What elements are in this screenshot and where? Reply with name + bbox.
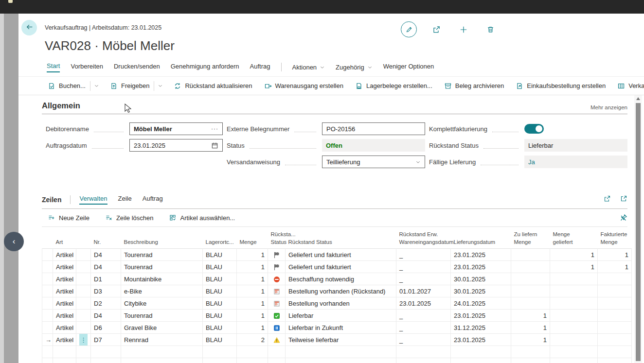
cell-beschreibung[interactable]: Tourenrad — [121, 249, 203, 261]
artikel-auswählen-button[interactable]: Artikel auswählen... — [168, 214, 236, 222]
cell-status[interactable]: Lieferbar in Zukunft — [286, 322, 396, 334]
cell-menge_geliefert[interactable] — [550, 358, 598, 363]
cell-menge_geliefert[interactable] — [550, 310, 598, 322]
cell-menge[interactable]: 1 — [237, 273, 268, 285]
cell-lieferdatum[interactable]: 23.01.2025 — [451, 310, 511, 322]
cell-zu_liefern[interactable] — [511, 297, 550, 310]
cell-lagerort[interactable]: BLAU — [203, 261, 237, 273]
cell-menge[interactable]: 1 — [237, 285, 268, 297]
cell-rowmenu[interactable] — [76, 261, 91, 273]
cell-lieferdatum[interactable]: 23.01.2025 — [451, 261, 511, 273]
cell-fakturiert[interactable] — [598, 297, 632, 310]
cell-indicator[interactable] — [42, 261, 53, 273]
chevron-down-icon[interactable] — [158, 83, 163, 88]
buchen-button[interactable]: Buchen... — [47, 82, 87, 90]
chevron-down-icon[interactable] — [415, 159, 421, 165]
cell-rowmenu[interactable] — [76, 285, 91, 297]
warenausgang-erstellen-button[interactable]: Warenausgang erstellen — [263, 82, 344, 90]
cell-fakturiert[interactable] — [598, 334, 632, 346]
cell-menge_geliefert[interactable] — [550, 322, 598, 334]
cell-menge_geliefert[interactable] — [550, 285, 598, 297]
cell-nr[interactable]: D2 — [91, 297, 121, 310]
cell-art[interactable]: Artikel — [53, 322, 76, 334]
cell-nr[interactable]: D4 — [91, 261, 121, 273]
cell-erw_datum[interactable] — [396, 346, 451, 358]
col-header-rückstand-status[interactable]: Rückstand Status — [286, 228, 396, 249]
tab-drucken-senden[interactable]: Drucken/senden — [114, 63, 160, 72]
cell-status_icon[interactable] — [268, 261, 286, 273]
cell-erw_datum[interactable]: _ — [396, 261, 451, 273]
verkaufssortiment-button[interactable]: Verkaufssortiment — [616, 82, 644, 90]
pin-off-icon[interactable] — [620, 214, 627, 222]
cell-rowmenu[interactable] — [76, 346, 91, 358]
cell-status[interactable] — [286, 358, 396, 363]
cell-nr[interactable]: D7 — [91, 334, 121, 346]
cell-lieferdatum[interactable]: 23.01.2025 — [451, 334, 511, 346]
cell-menge_geliefert[interactable]: 1 — [550, 249, 598, 261]
cell-rowmenu[interactable]: ⋮ — [76, 334, 91, 346]
cell-beschreibung[interactable]: Tourenrad — [121, 310, 203, 322]
cell-status[interactable]: Geliefert und fakturiert — [286, 249, 396, 261]
cell-menge_geliefert[interactable] — [550, 273, 598, 285]
cell-art[interactable]: Artikel — [53, 249, 76, 261]
zeile-löschen-button[interactable]: Zeile löschen — [104, 214, 155, 222]
cell-nr[interactable]: D6 — [91, 322, 121, 334]
cell-lagerort[interactable]: BLAU — [203, 310, 237, 322]
cell-status_icon[interactable] — [268, 297, 286, 310]
collapse-panel-button[interactable]: ‹ — [4, 232, 24, 251]
cell-menge[interactable] — [237, 346, 268, 358]
tab-vorbereiten[interactable]: Vorbereiten — [71, 63, 103, 72]
cell-indicator[interactable] — [42, 310, 53, 322]
cell-fakturiert[interactable] — [598, 346, 632, 358]
cell-beschreibung[interactable]: Rennrad — [121, 334, 203, 346]
cell-art[interactable]: Artikel — [53, 310, 76, 322]
cell-indicator[interactable]: → — [42, 334, 53, 346]
cell-erw_datum[interactable]: _ — [396, 334, 451, 346]
cell-indicator[interactable] — [42, 249, 53, 261]
lines-tab-zeile[interactable]: Zeile — [118, 195, 132, 205]
col-header-menge[interactable]: Menge — [237, 228, 268, 249]
cell-menge[interactable]: 1 — [237, 297, 268, 310]
cell-zu_liefern[interactable]: 1 — [511, 322, 550, 334]
cell-lieferdatum[interactable] — [451, 346, 511, 358]
assist-edit-button[interactable]: ··· — [211, 125, 218, 132]
cell-fakturiert[interactable]: 1 — [598, 261, 632, 273]
tab-auftrag[interactable]: Auftrag — [250, 63, 270, 72]
cell-status_icon[interactable] — [268, 273, 286, 285]
cell-rowmenu[interactable] — [76, 273, 91, 285]
komplettfakturierung-toggle[interactable] — [524, 124, 544, 134]
cell-lagerort[interactable]: BLAU — [203, 297, 237, 310]
cell-lieferdatum[interactable]: 30.01.2025 — [451, 273, 511, 285]
cell-erw_datum[interactable] — [396, 358, 451, 363]
col-header-fakturierte-menge[interactable]: Fakturierte Menge — [598, 228, 632, 249]
cell-rowmenu[interactable] — [76, 322, 91, 334]
cell-menge_geliefert[interactable] — [550, 334, 598, 346]
cell-nr[interactable] — [91, 346, 121, 358]
cell-lieferdatum[interactable]: 24.01.2025 — [451, 297, 511, 310]
cell-lagerort[interactable]: BLAU — [203, 273, 237, 285]
vertical-scrollbar[interactable] — [634, 95, 642, 363]
cell-indicator[interactable] — [42, 297, 53, 310]
cell-status[interactable]: Beschaffung notwendig — [286, 273, 396, 285]
cell-lieferdatum[interactable] — [451, 358, 511, 363]
scroll-up-arrow-icon[interactable] — [636, 97, 640, 100]
cell-status[interactable]: Teilweise lieferbar — [286, 334, 396, 346]
cell-erw_datum[interactable]: _ — [396, 273, 451, 285]
cell-nr[interactable]: D4 — [91, 310, 121, 322]
col-header-rücksta-status[interactable]: Rücksta... Status — [268, 228, 286, 249]
cell-indicator[interactable] — [42, 273, 53, 285]
cell-status[interactable]: Geliefert und fakturiert — [286, 261, 396, 273]
cell-art[interactable]: Artikel — [53, 261, 76, 273]
cell-erw_datum[interactable]: 23.01.2025 — [396, 297, 451, 310]
edit-icon[interactable] — [401, 21, 417, 37]
cell-menge[interactable]: 1 — [237, 261, 268, 273]
col-header-lagerortc[interactable]: Lagerortc... — [203, 228, 237, 249]
cell-status[interactable]: Lieferbar — [286, 310, 396, 322]
show-more-link[interactable]: Mehr anzeigen — [590, 104, 627, 110]
cell-status_icon[interactable] — [268, 346, 286, 358]
cell-menge[interactable]: 1 — [237, 249, 268, 261]
cell-lieferdatum[interactable]: 31.12.2025 — [451, 322, 511, 334]
cell-beschreibung[interactable]: Mountainbike — [121, 273, 203, 285]
cell-art[interactable] — [53, 346, 76, 358]
cell-fakturiert[interactable] — [598, 322, 632, 334]
